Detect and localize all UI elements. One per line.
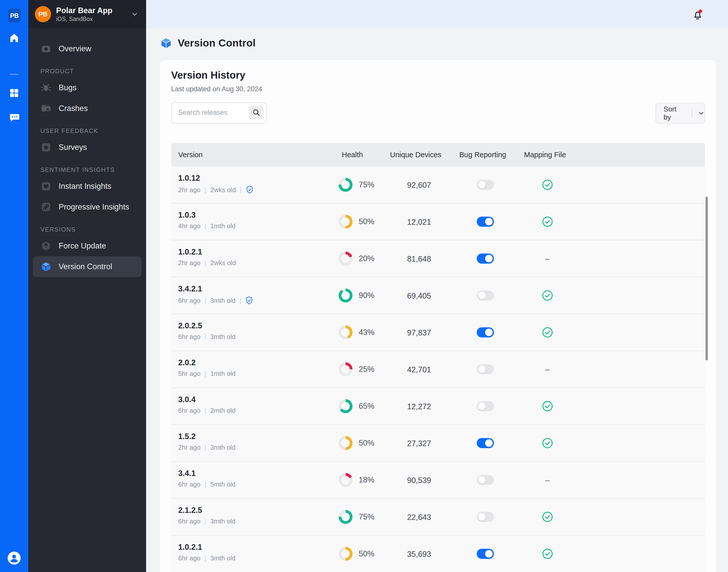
version-meta: 4hr ago | 1mth old — [178, 222, 236, 230]
chevron-down-icon — [131, 10, 139, 18]
apps-button[interactable] — [0, 86, 28, 100]
bug-reporting-toggle[interactable] — [477, 180, 494, 190]
profile-button[interactable] — [7, 551, 21, 565]
mapping-file-cell — [542, 327, 553, 338]
sidebar-item-overview[interactable]: Overview — [28, 39, 146, 59]
health-percent: 65% — [359, 402, 374, 411]
unique-devices-value: 12,272 — [390, 402, 448, 411]
toggle-knob — [478, 365, 486, 373]
version-meta: 6hr ago | 3mth old | — [178, 296, 253, 305]
bell-icon — [691, 8, 704, 21]
version-cell: 3.0.4 6hr ago | 2mth old — [178, 395, 236, 415]
bug-reporting-toggle[interactable] — [477, 475, 494, 485]
bug-reporting-toggle[interactable] — [477, 290, 494, 300]
version-row-2.0.2.5: 2.0.2.5 6hr ago | 3mth old 43% 97,837 — [171, 314, 705, 351]
search-button[interactable] — [249, 105, 264, 119]
health-donut — [339, 325, 353, 340]
meta-separator: | — [205, 222, 206, 230]
bug-reporting-toggle[interactable] — [477, 254, 494, 264]
health-percent: 50% — [359, 438, 374, 448]
mapping-file-cell — [542, 511, 553, 522]
notification-dot — [699, 10, 702, 13]
mapping-file-cell — [542, 548, 553, 559]
sidebar-item-version-control[interactable]: Version Control — [33, 256, 142, 277]
notifications-button[interactable] — [691, 8, 704, 21]
health-donut — [339, 178, 353, 192]
version-number: 1.5.2 — [178, 431, 236, 442]
column-header-version: Version — [178, 143, 203, 166]
health-cell: 50% — [339, 547, 374, 561]
release-age: 3mth old — [210, 444, 236, 451]
main-area: Version Control Version History Last upd… — [146, 0, 728, 572]
sidebar-section-label: PRODUCT — [28, 68, 146, 75]
bug-reporting-toggle[interactable] — [477, 512, 494, 522]
bug-reporting-toggle[interactable] — [477, 401, 494, 411]
health-percent: 50% — [359, 217, 374, 226]
version-row-2.1.2.5: 2.1.2.5 6hr ago | 3mth old 75% 22,643 — [171, 499, 705, 535]
sidebar-item-bugs[interactable]: Bugs — [28, 77, 146, 98]
scrollbar-thumb[interactable] — [706, 197, 708, 360]
health-percent: 20% — [359, 254, 374, 263]
rail-divider — [10, 74, 19, 75]
sidebar-item-force-update[interactable]: Force Update — [28, 235, 146, 256]
bug-icon — [41, 82, 52, 93]
table-header: Version Health Unique Devices Bug Report… — [171, 143, 705, 166]
sort-by-button[interactable]: Sort by — [655, 103, 705, 124]
sidebar-nav: OverviewPRODUCTBugsCrashesUSER FEEDBACKS… — [28, 28, 146, 277]
mapping-file-cell — [542, 401, 553, 412]
cube-icon — [41, 261, 52, 272]
health-cell: 50% — [339, 215, 374, 229]
chevron-down-icon — [698, 110, 705, 117]
workspace-badge[interactable]: PB — [8, 9, 21, 23]
sidebar-item-label: Surveys — [59, 143, 87, 152]
bug-reporting-toggle[interactable] — [477, 327, 494, 338]
release-age: 2wks old — [210, 186, 236, 194]
version-number: 2.0.2.5 — [178, 321, 236, 331]
sidebar-item-label: Force Update — [59, 241, 106, 251]
bug-reporting-toggle[interactable] — [477, 549, 494, 559]
version-number: 3.4.2.1 — [178, 284, 253, 294]
unique-devices-value: 81,648 — [390, 255, 448, 264]
health-cell: 43% — [339, 325, 374, 340]
app-subtitle: iOS, SandBox — [56, 15, 131, 22]
mapping-check-icon — [542, 290, 553, 301]
version-meta: 6hr ago | 2mth old — [178, 407, 236, 415]
version-row-3.4.2.1: 3.4.2.1 6hr ago | 3mth old | 90% 69,405 — [171, 277, 705, 314]
home-button[interactable] — [0, 31, 28, 45]
sort-by-label: Sort by — [664, 105, 685, 121]
health-cell: 50% — [339, 436, 374, 450]
apps-grid-icon — [9, 88, 19, 98]
search-input[interactable] — [172, 103, 251, 122]
version-row-1.0.12: 1.0.12 2hr ago | 2wks old | 75% 92,607 — [171, 166, 705, 204]
health-donut — [339, 473, 353, 487]
app-switcher[interactable]: PB Polar Bear App iOS, SandBox — [28, 0, 146, 28]
mapping-file-cell: – — [542, 253, 553, 264]
mapping-file-cell: – — [542, 364, 553, 375]
overview-icon — [41, 43, 52, 54]
sidebar-item-progressive-insights[interactable]: Progressive Insights — [28, 197, 146, 217]
mapping-check-icon — [542, 216, 553, 227]
sidebar-section-label: VERSIONS — [28, 226, 146, 233]
version-number: 1.0.2.1 — [178, 542, 236, 552]
sidebar-item-crashes[interactable]: Crashes — [28, 98, 146, 119]
version-meta: 6hr ago | 3mth old — [178, 333, 236, 341]
release-age: 3mth old — [210, 517, 236, 525]
app-window: PB PB — [0, 0, 728, 572]
version-meta: 2hr ago | 2wks old | — [178, 185, 254, 194]
sidebar-item-surveys[interactable]: Surveys — [28, 137, 146, 158]
version-meta: 2hr ago | 3mth old — [178, 444, 236, 451]
health-percent: 50% — [359, 549, 374, 558]
release-posted: 4hr ago — [178, 222, 201, 230]
bug-reporting-toggle[interactable] — [477, 364, 494, 374]
release-posted: 5hr ago — [178, 370, 201, 378]
bug-reporting-toggle[interactable] — [477, 217, 494, 227]
release-posted: 6hr ago — [178, 333, 201, 341]
search-box — [171, 102, 267, 124]
chat-button[interactable] — [0, 111, 28, 125]
health-donut — [339, 399, 353, 413]
icon-rail: PB — [0, 0, 28, 572]
sidebar-item-instant-insights[interactable]: Instant Insights — [28, 176, 146, 197]
version-row-3.0.4: 3.0.4 6hr ago | 2mth old 65% 12,272 — [171, 388, 705, 425]
page-header: Version Control — [160, 37, 256, 49]
bug-reporting-toggle[interactable] — [477, 438, 494, 448]
